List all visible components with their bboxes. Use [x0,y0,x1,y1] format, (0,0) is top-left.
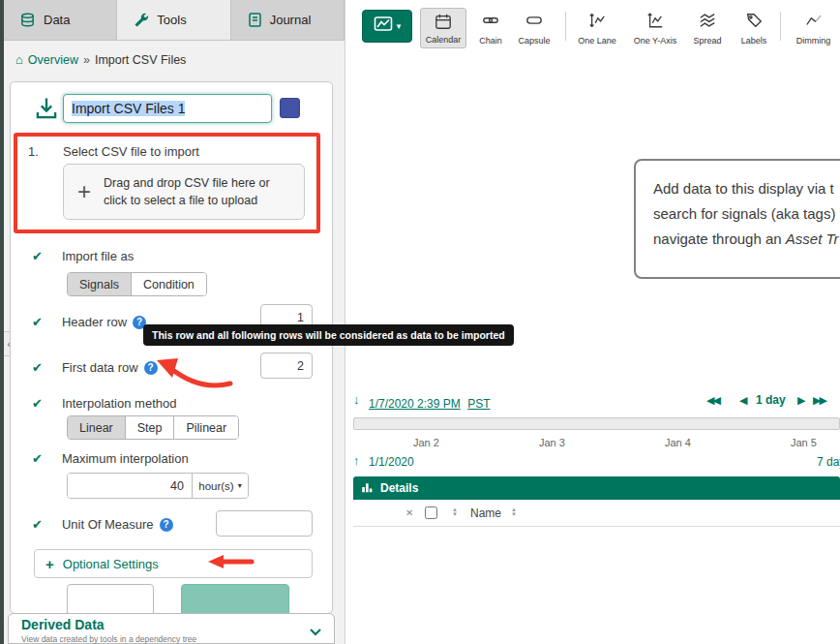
import-as-toggle: Signals Condition [67,272,207,296]
toolbar-item-one-y-axis[interactable]: One Y-Axis [628,8,682,48]
toolbar-item-dimming[interactable]: Dimming [787,8,840,48]
step-option[interactable]: Step [126,416,175,439]
display-type-dropdown[interactable]: ▾ [362,10,412,43]
toolbar-item-label: One Y-Axis [634,36,677,46]
tool-name-value: Import CSV Files 1 [72,101,185,116]
step-forward-fast-button[interactable]: ▶▶ [813,394,825,407]
investigate-range-up-arrow-icon: ↑ [353,453,360,468]
select-all-checkbox[interactable] [425,506,437,519]
toolbar-item-label: Dimming [796,36,831,46]
header-row-label: Header row [62,315,127,329]
sidebar-tabbar: Data Tools Journal [4,0,345,41]
import-csv-tool-panel: Import CSV Files 1 1. Select CSV file to… [10,81,333,614]
details-title: Details [380,481,418,495]
uom-label: Unit Of Measure [62,517,154,532]
check-icon: ✔ [32,360,43,375]
investigate-range-start-link[interactable]: 1/1/2020 [369,455,414,469]
first-data-row-input[interactable] [260,353,313,379]
color-swatch-button[interactable] [280,98,300,118]
spread-icon [699,12,716,29]
toolbar-separator [780,12,781,41]
sort-toggle-icon[interactable]: ▲▼ [452,507,458,517]
import-as-label: Import file as [62,249,134,263]
max-interpolation-unit-dropdown[interactable]: hour(s) ▾ [192,474,248,498]
tab-label: Tools [157,13,186,27]
step-size-button[interactable]: 1 day [756,393,786,407]
check-icon: ✔ [32,396,43,411]
details-table-header: ✕ ▲▼ Name ▲▼ [353,500,840,527]
caret-down-icon: ▾ [397,21,402,31]
labels-icon [745,12,763,29]
remove-column-icon[interactable]: ✕ [405,507,413,518]
first-data-row-help-icon[interactable]: ? [144,361,158,375]
toolbar-item-one-lane[interactable]: One Lane [572,8,622,48]
execute-button[interactable] [181,584,289,614]
max-interpolation-label: Maximum interpolation [62,451,189,466]
breadcrumb: ⌂ Overview » Import CSV Files [15,52,186,67]
tool-name-input[interactable]: Import CSV Files 1 [63,94,272,123]
toolbar-item-label: One Lane [578,36,616,46]
axis-tick-label: Jan 4 [665,437,691,448]
toolbar-item-labels[interactable]: Labels [733,8,775,48]
signals-option[interactable]: Signals [68,273,132,295]
toolbar-item-capsule[interactable]: Capsule [512,8,556,48]
display-range-start-link[interactable]: 1/7/2020 2:39 PM PST [369,394,491,412]
step-back-fast-button[interactable]: ◀◀ [706,394,719,407]
help-line-2: search for signals (aka tags) [653,201,840,227]
investigate-range-duration-link[interactable]: 7 day [817,455,840,469]
toolbar-item-spread[interactable]: Spread [686,8,729,48]
linear-option[interactable]: Linear [68,416,126,439]
import-as-row: ✔ Import file as [32,249,134,263]
chain-icon [482,12,499,29]
display-range-down-arrow-icon: ↓ [353,392,360,407]
max-interpolation-group: hour(s) ▾ [67,473,249,499]
tab-label: Journal [270,13,312,27]
csv-dropzone[interactable]: + Drag and drop CSV file here or click t… [63,164,305,220]
max-interpolation-input[interactable] [68,474,192,498]
sort-toggle-icon[interactable]: ▲▼ [511,507,517,517]
pilinear-option[interactable]: Pilinear [174,416,238,439]
first-data-row-tooltip: This row and all following rows will be … [143,324,514,346]
asset-tree-italic: Asset Tr [786,230,839,247]
bar-chart-icon [361,481,374,496]
breadcrumb-separator: » [83,53,90,67]
step-forward-button[interactable]: ▶ [797,394,805,407]
tab-data[interactable]: Data [4,0,117,40]
tab-journal[interactable]: Journal [231,0,345,40]
capsule-icon [525,12,543,29]
toolbar-item-chain[interactable]: Chain [471,8,510,48]
check-icon: ✔ [32,451,43,466]
optional-settings-expander[interactable]: + Optional Settings [34,549,313,578]
chevron-down-icon[interactable] [309,623,322,640]
derived-data-bar[interactable]: Derived Data View data created by tools … [8,613,335,644]
header-row-row: ✔ Header row ? [32,315,146,329]
one-y-axis-icon [646,12,664,29]
help-line-3: navigate through an Asset Tr [653,227,840,252]
dropzone-text: Drag and drop CSV file here or click to … [104,174,283,209]
axis-tick-label: Jan 3 [539,437,565,448]
toolbar-item-calendar[interactable]: Calendar [420,8,466,48]
time-range-selector[interactable] [353,417,840,430]
check-icon: ✔ [32,249,43,263]
first-data-row-label: First data row [62,360,138,375]
condition-option[interactable]: Condition [132,273,206,295]
name-column-header: Name [470,506,501,520]
first-data-row-row: ✔ First data row ? [32,360,158,375]
one-lane-icon [588,12,606,29]
step-label: Select CSV file to import [63,144,199,159]
cancel-button[interactable] [67,584,154,614]
tab-tools[interactable]: Tools [117,0,230,40]
database-icon [19,12,36,28]
optional-settings-label: Optional Settings [63,557,159,571]
home-icon[interactable]: ⌂ [15,52,23,67]
uom-help-icon[interactable]: ? [160,518,173,532]
breadcrumb-overview-link[interactable]: Overview [28,53,78,67]
step-back-button[interactable]: ◀ [739,394,747,407]
trend-chart-icon [374,15,393,37]
uom-row: ✔ Unit Of Measure ? [32,517,173,532]
timezone-link[interactable]: PST [467,397,490,411]
toolbar-item-label: Spread [693,36,721,46]
details-panel-header: Details [353,476,840,500]
axis-tick-label: Jan 5 [791,437,817,448]
uom-input[interactable] [216,510,313,537]
